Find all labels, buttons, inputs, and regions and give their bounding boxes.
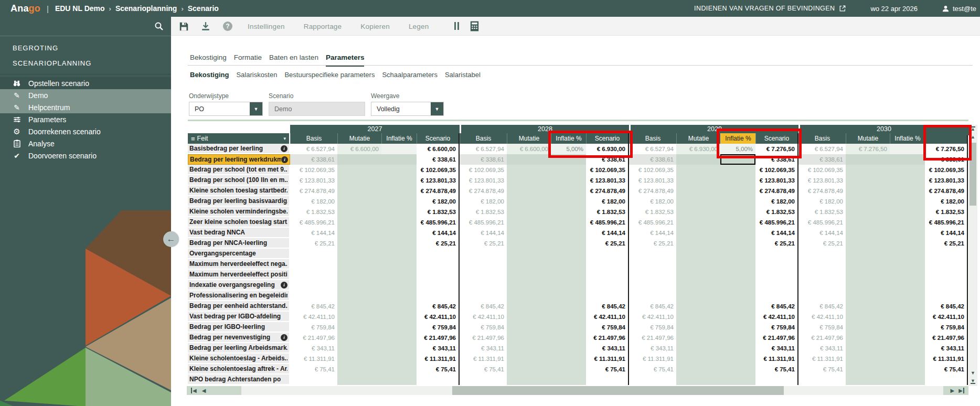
cell-2029-i-row15[interactable] bbox=[720, 291, 755, 301]
cell-2029-b-row20[interactable]: € 343,11 bbox=[629, 343, 676, 354]
cell-2027-m-row21[interactable] bbox=[337, 354, 381, 364]
cell-2028-b-row10[interactable]: € 25,21 bbox=[460, 238, 507, 249]
sidebar-item-doorvoeren-scenario[interactable]: ✔Doorvoeren scenario bbox=[0, 149, 171, 162]
chevron-down-icon[interactable]: ▼ bbox=[250, 102, 262, 115]
cell-2027-m-row10[interactable] bbox=[337, 238, 381, 249]
cell-2030-m-row18[interactable] bbox=[846, 322, 890, 333]
onderwijstype-dropdown[interactable]: PO ▼ bbox=[189, 102, 263, 116]
weergave-dropdown[interactable]: Volledig ▼ bbox=[371, 102, 444, 116]
row-label-vast-bedrag-per-igbo-afdeling[interactable]: Vast bedrag per IGBO-afdeling bbox=[188, 312, 290, 322]
cell-2027-m-row19[interactable] bbox=[337, 333, 381, 343]
cell-2030-i-row7[interactable] bbox=[890, 207, 925, 217]
cell-2027-s-row16[interactable]: € 845,42 bbox=[417, 301, 460, 312]
vertical-scrollbar[interactable]: ▲ ▲ ▼ ▼ bbox=[968, 125, 977, 386]
cell-2028-i-row10[interactable] bbox=[551, 238, 586, 249]
cell-2027-i-row2[interactable] bbox=[381, 154, 417, 165]
cell-2030-b-row1[interactable]: € 6.527,94 bbox=[798, 144, 846, 154]
cell-2027-i-row8[interactable] bbox=[381, 217, 417, 228]
cell-2027-i-row7[interactable] bbox=[381, 207, 417, 217]
cell-2028-m-row7[interactable] bbox=[507, 207, 551, 217]
cell-2030-s-row21[interactable]: € 11.311,91 bbox=[925, 354, 968, 364]
col-header-2027-inflatie[interactable]: Inflatie % bbox=[381, 133, 417, 144]
cell-2030-b-row8[interactable]: € 485.996,21 bbox=[798, 217, 846, 228]
cell-2030-i-row22[interactable] bbox=[890, 364, 925, 375]
row-label-bedrag-per-nnca-leerling[interactable]: Bedrag per NNCA-leerling bbox=[188, 238, 290, 249]
subtab-salaristabel[interactable]: Salaristabel bbox=[445, 71, 481, 79]
col-header-2030-basis[interactable]: Basis bbox=[798, 133, 846, 144]
search-icon[interactable] bbox=[154, 22, 164, 31]
cell-2028-s-row2[interactable]: € 338,61 bbox=[586, 154, 629, 165]
cell-2029-i-row23[interactable] bbox=[720, 375, 755, 385]
cell-2029-i-row2[interactable] bbox=[720, 154, 755, 165]
cell-2028-b-row22[interactable]: € 75,41 bbox=[460, 364, 507, 375]
cell-2030-i-row17[interactable] bbox=[890, 312, 925, 322]
cell-2030-m-row7[interactable] bbox=[846, 207, 890, 217]
cell-2030-s-row20[interactable]: € 343,11 bbox=[925, 343, 968, 354]
cell-2029-i-row20[interactable] bbox=[720, 343, 755, 354]
cell-2027-b-row19[interactable]: € 21.497,96 bbox=[290, 333, 337, 343]
row-label-maximum-herverdeeleffect-positi[interactable]: Maximum herverdeeleffect positi... bbox=[188, 270, 290, 280]
cell-2029-i-row14[interactable] bbox=[720, 280, 755, 291]
vertical-scroll-thumb[interactable] bbox=[970, 143, 976, 206]
cell-2029-s-row14[interactable] bbox=[755, 280, 798, 291]
cell-2027-b-row1[interactable]: € 6.527,94 bbox=[290, 144, 337, 154]
cell-2027-s-row17[interactable]: € 42.411,10 bbox=[417, 312, 460, 322]
cell-2027-m-row7[interactable] bbox=[337, 207, 381, 217]
cell-2030-i-row18[interactable] bbox=[890, 322, 925, 333]
row-label-bedrag-per-igbo-leerling[interactable]: Bedrag per IGBO-leerling bbox=[188, 322, 290, 333]
cell-2028-m-row20[interactable] bbox=[507, 343, 551, 354]
cell-2030-s-row13[interactable] bbox=[925, 270, 968, 280]
first-page-button[interactable]: ◀ bbox=[191, 388, 197, 393]
col-header-2030-inflatie[interactable]: Inflatie % bbox=[890, 133, 925, 144]
cell-2029-m-row19[interactable] bbox=[676, 333, 720, 343]
cell-2028-i-row20[interactable] bbox=[551, 343, 586, 354]
cell-2027-b-row10[interactable]: € 25,21 bbox=[290, 238, 337, 249]
cell-2028-m-row2[interactable] bbox=[507, 154, 551, 165]
info-icon[interactable]: i bbox=[281, 334, 287, 341]
col-header-2028-mutatie[interactable]: Mutatie bbox=[507, 133, 551, 144]
cell-2027-m-row8[interactable] bbox=[337, 217, 381, 228]
cell-2030-i-row5[interactable] bbox=[890, 186, 925, 196]
cell-2029-b-row16[interactable]: € 845,42 bbox=[629, 301, 676, 312]
breadcrumb-item-2[interactable]: Scenarioplanning bbox=[115, 4, 177, 13]
cell-2028-s-row20[interactable]: € 343,11 bbox=[586, 343, 629, 354]
cell-2029-b-row23[interactable] bbox=[629, 375, 676, 385]
cell-2027-s-row1[interactable]: € 6.600,00 bbox=[417, 144, 460, 154]
cell-2027-b-row13[interactable] bbox=[290, 270, 337, 280]
cell-2028-b-row1[interactable]: € 6.527,94 bbox=[460, 144, 507, 154]
cell-2030-i-row20[interactable] bbox=[890, 343, 925, 354]
cell-2030-b-row13[interactable] bbox=[798, 270, 846, 280]
breadcrumb-item-1[interactable]: EDU NL Demo bbox=[55, 4, 105, 13]
cell-2029-b-row12[interactable] bbox=[629, 259, 676, 270]
cell-2028-b-row15[interactable] bbox=[460, 291, 507, 301]
cell-2027-i-row9[interactable] bbox=[381, 228, 417, 238]
row-label-indexatie-overgangsregeling[interactable]: Indexatie overgangsregelingi bbox=[188, 280, 290, 291]
row-label-professionalisering-en-begeleidin[interactable]: Professionalisering en begeleidin... bbox=[188, 291, 290, 301]
info-icon[interactable]: i bbox=[281, 282, 287, 289]
cell-2027-s-row15[interactable] bbox=[417, 291, 460, 301]
horizontal-scroll-track[interactable] bbox=[241, 386, 943, 395]
cell-2030-i-row1[interactable] bbox=[890, 144, 925, 154]
cell-2029-m-row2[interactable] bbox=[676, 154, 720, 165]
cell-2029-b-row17[interactable]: € 42.411,10 bbox=[629, 312, 676, 322]
cell-2027-b-row2[interactable]: € 338,61 bbox=[290, 154, 337, 165]
cell-2028-m-row17[interactable] bbox=[507, 312, 551, 322]
cell-2028-i-row12[interactable] bbox=[551, 259, 586, 270]
cell-2030-i-row13[interactable] bbox=[890, 270, 925, 280]
cell-2027-s-row11[interactable] bbox=[417, 249, 460, 259]
cell-2030-s-row8[interactable]: € 485.996,21 bbox=[925, 217, 968, 228]
cell-2027-i-row10[interactable] bbox=[381, 238, 417, 249]
scroll-to-top-button[interactable]: ▲ bbox=[968, 125, 977, 133]
cell-2027-i-row11[interactable] bbox=[381, 249, 417, 259]
cell-2030-s-row4[interactable]: € 123.801,33 bbox=[925, 175, 968, 186]
cell-2030-b-row14[interactable] bbox=[798, 280, 846, 291]
cell-2028-i-row18[interactable] bbox=[551, 322, 586, 333]
cell-2029-m-row6[interactable] bbox=[676, 196, 720, 207]
cell-2030-s-row18[interactable]: € 759,84 bbox=[925, 322, 968, 333]
cell-2030-b-row6[interactable]: € 182,00 bbox=[798, 196, 846, 207]
row-label-bedrag-per-leerling-arbeidsmark[interactable]: Bedrag per leerling Arbeidsmark... bbox=[188, 343, 290, 354]
sidebar-section-begroting[interactable]: BEGROTING bbox=[0, 40, 171, 56]
cell-2027-b-row23[interactable] bbox=[290, 375, 337, 385]
cell-2027-m-row22[interactable] bbox=[337, 364, 381, 375]
cell-2027-b-row14[interactable] bbox=[290, 280, 337, 291]
